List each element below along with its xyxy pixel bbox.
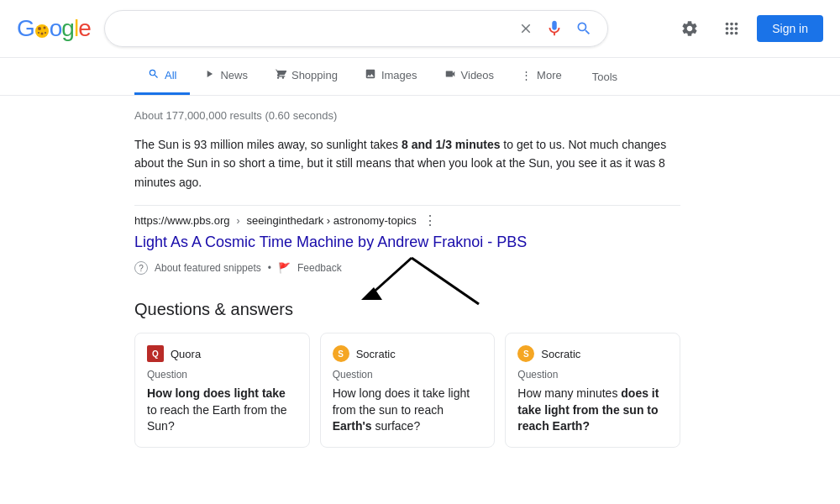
tab-all-label: All: [165, 69, 176, 81]
tab-images-label: Images: [381, 69, 417, 81]
videos-icon: [444, 68, 456, 82]
help-icon: ?: [134, 261, 148, 275]
snippet-text: The Sun is 93 million miles away, so sun…: [134, 135, 680, 192]
socratic-card-type-2: Question: [517, 369, 668, 381]
snippet-more-options-button[interactable]: ⋮: [423, 213, 437, 228]
search-box[interactable]: how long does it take for light from the…: [104, 10, 608, 47]
settings-button[interactable]: [673, 12, 706, 45]
tab-shopping-label: Shopping: [291, 69, 338, 81]
logo-cookie-icon: [34, 18, 50, 42]
svg-point-2: [43, 26, 45, 29]
apps-button[interactable]: [715, 12, 748, 45]
google-logo: G ogle: [17, 15, 91, 42]
snippet-url-path: seeinginthedark › astronomy-topics: [246, 214, 416, 227]
tab-images[interactable]: Images: [351, 58, 431, 95]
gear-icon: [680, 19, 699, 38]
sign-in-button[interactable]: Sign in: [757, 15, 823, 42]
images-icon: [365, 68, 376, 82]
snippet-footer: ? About featured snippets • 🚩 Feedback: [134, 261, 680, 275]
socratic-card-type-1: Question: [333, 369, 483, 381]
more-dots-icon: ⋮: [521, 69, 532, 81]
logo-area[interactable]: G ogle: [17, 15, 91, 42]
dot-separator: •: [268, 262, 271, 274]
nav-tabs: All News Shopping Images Videos ⋮ More T…: [0, 58, 840, 96]
feedback-link[interactable]: Feedback: [297, 262, 342, 274]
search-submit-button[interactable]: [574, 18, 594, 39]
socratic-logo-1: S: [333, 345, 349, 362]
socratic-source-name-2: Socratic: [541, 348, 580, 360]
tab-more[interactable]: ⋮ More: [507, 59, 575, 94]
grid-icon: [722, 19, 741, 38]
svg-marker-7: [361, 287, 382, 300]
qa-card-header-socratic-1: S Socratic: [333, 345, 483, 362]
clear-search-button[interactable]: [517, 19, 535, 38]
results-count: About 177,000,000 results (0.60 seconds): [134, 109, 706, 122]
quora-question-bold-part: How long does light take: [147, 386, 286, 400]
feedback-icon: 🚩: [278, 262, 291, 274]
qa-card-socratic-1[interactable]: S Socratic Question How long does it tak…: [320, 333, 496, 448]
search-icon: [575, 20, 592, 37]
socratic-source-name-1: Socratic: [356, 348, 396, 360]
tab-news-label: News: [220, 69, 248, 81]
tools-link[interactable]: Tools: [592, 60, 617, 93]
three-dots-icon: ⋮: [423, 213, 437, 228]
search-small-icon: [148, 68, 160, 82]
svg-point-1: [38, 27, 41, 30]
svg-point-5: [45, 32, 46, 34]
qa-card-header-quora: Q Quora: [147, 345, 297, 362]
snippet-text-before: The Sun is 93 million miles away, so sun…: [134, 138, 402, 151]
qa-card-header-socratic-2: S Socratic: [517, 345, 668, 362]
main-content: About 177,000,000 results (0.60 seconds)…: [0, 96, 840, 461]
tab-shopping[interactable]: Shopping: [261, 58, 351, 95]
socratic-card-question-2: How many minutes does it take light from…: [517, 386, 668, 435]
svg-point-4: [38, 32, 39, 34]
featured-snippet: The Sun is 93 million miles away, so sun…: [134, 135, 680, 275]
close-icon: [518, 21, 533, 36]
snippet-divider: [134, 205, 680, 206]
news-icon: [203, 68, 215, 82]
quora-card-question: How long does light take to reach the Ea…: [147, 386, 297, 435]
socratic-logo-2: S: [517, 345, 534, 362]
socratic-bold-2: does it take light from the sun to reach…: [517, 386, 659, 433]
svg-point-0: [35, 24, 49, 38]
snippet-link[interactable]: Light As A Cosmic Time Machine by Andrew…: [134, 234, 680, 251]
quora-source-name: Quora: [171, 348, 201, 360]
socratic-card-question-1: How long does it take light from the sun…: [333, 386, 483, 435]
svg-point-3: [40, 32, 43, 34]
mic-icon: [545, 19, 564, 38]
snippet-source: https://www.pbs.org › seeinginthedark › …: [134, 213, 680, 228]
qa-section-title: Questions & answers: [134, 300, 680, 319]
snippet-url-separator: ›: [236, 215, 239, 227]
qa-section: Questions & answers Q Quora Question How…: [134, 300, 680, 448]
tab-all[interactable]: All: [134, 58, 190, 95]
quora-logo: Q: [147, 345, 164, 362]
qa-card-quora[interactable]: Q Quora Question How long does light tak…: [134, 333, 310, 448]
socratic-bold-1: Earth's: [333, 419, 372, 433]
qa-card-socratic-2[interactable]: S Socratic Question How many minutes doe…: [505, 333, 680, 448]
tab-news[interactable]: News: [190, 58, 261, 95]
tab-more-label: More: [537, 69, 562, 81]
about-featured-snippets-link[interactable]: About featured snippets: [155, 262, 261, 274]
tab-videos-label: Videos: [461, 69, 495, 81]
qa-cards: Q Quora Question How long does light tak…: [134, 333, 680, 448]
search-input[interactable]: how long does it take for light from the…: [118, 21, 508, 36]
snippet-url: https://www.pbs.org: [134, 214, 229, 227]
quora-card-type: Question: [147, 369, 297, 381]
shopping-icon: [275, 68, 286, 82]
snippet-text-bold: 8 and 1/3 minutes: [402, 138, 500, 151]
tab-videos[interactable]: Videos: [431, 58, 508, 95]
voice-search-button[interactable]: [543, 18, 565, 39]
header-right: Sign in: [673, 12, 823, 45]
header: G ogle how long does it take for light f…: [0, 0, 840, 58]
